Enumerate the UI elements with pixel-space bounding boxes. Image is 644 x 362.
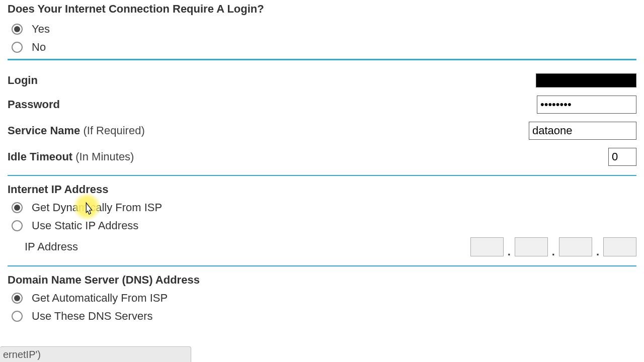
ip-octet-4[interactable] xyxy=(603,237,636,256)
login-row: Login xyxy=(8,73,636,87)
ip-address-inputs: . . . xyxy=(470,237,636,256)
radio-yes[interactable] xyxy=(12,24,23,35)
dns-heading: Domain Name Server (DNS) Address xyxy=(8,274,644,287)
divider-1 xyxy=(8,59,636,60)
login-label: Login xyxy=(8,74,38,87)
radio-dns-manual-label: Use These DNS Servers xyxy=(32,310,152,323)
login-required-no-row[interactable]: No xyxy=(12,41,644,54)
divider-2 xyxy=(8,175,636,176)
password-row: Password xyxy=(8,96,636,114)
ip-dot-3: . xyxy=(596,245,599,258)
ip-dynamic-row[interactable]: Get Dynamically From ISP xyxy=(12,201,644,214)
radio-no-label: No xyxy=(32,41,46,54)
radio-yes-label: Yes xyxy=(32,23,50,36)
ip-octet-2[interactable] xyxy=(515,237,548,256)
radio-dns-auto[interactable] xyxy=(12,293,23,304)
password-input[interactable] xyxy=(537,96,636,114)
timeout-row: Idle Timeout (In Minutes) xyxy=(8,148,636,166)
dns-manual-row[interactable]: Use These DNS Servers xyxy=(12,310,644,323)
service-row: Service Name (If Required) xyxy=(8,122,636,140)
status-tooltip: ernetIP') xyxy=(0,346,191,362)
service-label: Service Name (If Required) xyxy=(8,124,145,137)
ip-dot-1: . xyxy=(508,245,511,258)
login-required-yes-row[interactable]: Yes xyxy=(12,23,644,36)
timeout-hint: (In Minutes) xyxy=(75,150,134,163)
timeout-label-text: Idle Timeout xyxy=(8,150,72,163)
dns-auto-row[interactable]: Get Automatically From ISP xyxy=(12,292,644,305)
radio-dns-manual[interactable] xyxy=(12,311,23,322)
service-label-text: Service Name xyxy=(8,124,80,137)
service-hint: (If Required) xyxy=(83,124,144,137)
password-label: Password xyxy=(8,98,60,111)
ip-octet-3[interactable] xyxy=(559,237,592,256)
service-input[interactable] xyxy=(529,122,636,140)
timeout-label: Idle Timeout (In Minutes) xyxy=(8,150,134,163)
ip-dot-2: . xyxy=(552,245,555,258)
ip-address-row: IP Address . . . xyxy=(8,237,636,256)
ip-static-row[interactable]: Use Static IP Address xyxy=(12,219,644,232)
radio-ip-dynamic[interactable] xyxy=(12,202,23,213)
radio-ip-dynamic-label: Get Dynamically From ISP xyxy=(32,201,162,214)
internet-ip-heading: Internet IP Address xyxy=(8,183,644,196)
login-required-heading: Does Your Internet Connection Require A … xyxy=(8,3,644,16)
radio-ip-static-label: Use Static IP Address xyxy=(32,219,138,232)
radio-dns-auto-label: Get Automatically From ISP xyxy=(32,292,168,305)
ip-address-label: IP Address xyxy=(25,240,78,253)
login-input[interactable] xyxy=(536,73,636,87)
ip-octet-1[interactable] xyxy=(470,237,504,256)
radio-no[interactable] xyxy=(12,42,23,53)
radio-ip-static[interactable] xyxy=(12,220,23,231)
divider-3 xyxy=(8,265,636,266)
timeout-input[interactable] xyxy=(608,148,636,166)
